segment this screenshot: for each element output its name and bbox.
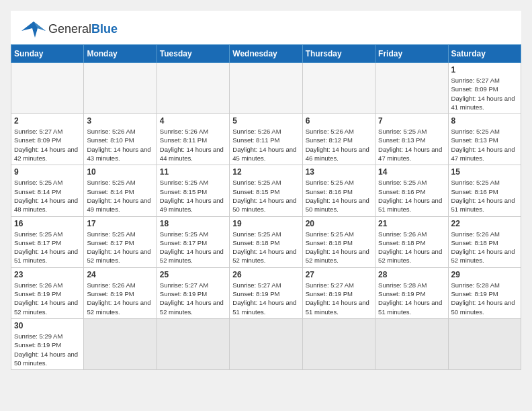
day-info: Sunrise: 5:25 AMSunset: 8:13 PMDaylight:… <box>378 127 445 163</box>
calendar-cell <box>84 63 157 114</box>
day-info: Sunrise: 5:26 AMSunset: 8:18 PMDaylight:… <box>451 230 518 265</box>
calendar-cell: 30Sunrise: 5:29 AMSunset: 8:19 PMDayligh… <box>11 318 84 369</box>
day-number: 24 <box>87 270 153 279</box>
calendar-cell: 10Sunrise: 5:25 AMSunset: 8:14 PMDayligh… <box>84 165 157 216</box>
calendar-cell <box>302 318 375 369</box>
day-number: 12 <box>232 167 299 177</box>
calendar-cell: 3Sunrise: 5:26 AMSunset: 8:10 PMDaylight… <box>84 114 157 165</box>
day-info: Sunrise: 5:25 AMSunset: 8:18 PMDaylight:… <box>232 230 299 265</box>
calendar-cell: 28Sunrise: 5:28 AMSunset: 8:19 PMDayligh… <box>375 267 448 318</box>
day-info: Sunrise: 5:25 AMSunset: 8:17 PMDaylight:… <box>160 230 226 265</box>
day-number: 27 <box>306 270 372 279</box>
day-info: Sunrise: 5:25 AMSunset: 8:15 PMDaylight:… <box>160 178 226 214</box>
day-number: 5 <box>232 116 299 126</box>
calendar-cell: 26Sunrise: 5:27 AMSunset: 8:19 PMDayligh… <box>230 267 302 318</box>
day-number: 25 <box>160 270 226 279</box>
calendar-cell <box>11 63 84 114</box>
day-info: Sunrise: 5:26 AMSunset: 8:12 PMDaylight:… <box>306 127 372 163</box>
day-info: Sunrise: 5:25 AMSunset: 8:15 PMDaylight:… <box>232 178 299 214</box>
calendar-cell: 27Sunrise: 5:27 AMSunset: 8:19 PMDayligh… <box>302 267 375 318</box>
day-number: 13 <box>306 167 372 177</box>
calendar-week-row: 2Sunrise: 5:27 AMSunset: 8:09 PMDaylight… <box>11 114 521 165</box>
day-number: 21 <box>378 219 445 228</box>
day-info: Sunrise: 5:27 AMSunset: 8:09 PMDaylight:… <box>451 76 518 111</box>
calendar-cell: 29Sunrise: 5:28 AMSunset: 8:19 PMDayligh… <box>448 267 521 318</box>
calendar-week-row: 1Sunrise: 5:27 AMSunset: 8:09 PMDaylight… <box>11 63 521 114</box>
calendar-week-row: 30Sunrise: 5:29 AMSunset: 8:19 PMDayligh… <box>11 318 521 369</box>
day-number: 6 <box>306 116 372 126</box>
day-info: Sunrise: 5:25 AMSunset: 8:16 PMDaylight:… <box>306 178 372 214</box>
day-info: Sunrise: 5:25 AMSunset: 8:14 PMDaylight:… <box>87 178 153 214</box>
calendar-cell: 8Sunrise: 5:25 AMSunset: 8:13 PMDaylight… <box>448 114 521 165</box>
calendar-cell: 23Sunrise: 5:26 AMSunset: 8:19 PMDayligh… <box>11 267 84 318</box>
weekday-header-monday: Monday <box>84 45 157 63</box>
day-info: Sunrise: 5:28 AMSunset: 8:19 PMDaylight:… <box>451 281 518 316</box>
day-number: 18 <box>160 219 226 228</box>
calendar-cell: 20Sunrise: 5:25 AMSunset: 8:18 PMDayligh… <box>302 216 375 267</box>
day-number: 20 <box>306 219 372 228</box>
day-number: 7 <box>378 116 445 126</box>
logo: GeneralBlue <box>21 19 118 39</box>
calendar-page: GeneralBlue SundayMondayTuesdayWednesday… <box>11 11 521 370</box>
calendar-cell: 14Sunrise: 5:25 AMSunset: 8:16 PMDayligh… <box>375 165 448 216</box>
day-info: Sunrise: 5:26 AMSunset: 8:11 PMDaylight:… <box>160 127 226 163</box>
day-info: Sunrise: 5:27 AMSunset: 8:19 PMDaylight:… <box>306 281 372 316</box>
day-info: Sunrise: 5:25 AMSunset: 8:13 PMDaylight:… <box>451 127 518 163</box>
day-number: 2 <box>14 116 81 126</box>
day-number: 30 <box>14 321 81 330</box>
logo-text: GeneralBlue <box>48 23 118 35</box>
calendar-cell: 5Sunrise: 5:26 AMSunset: 8:11 PMDaylight… <box>230 114 302 165</box>
day-info: Sunrise: 5:25 AMSunset: 8:17 PMDaylight:… <box>87 230 153 265</box>
calendar-table: SundayMondayTuesdayWednesdayThursdayFrid… <box>11 44 521 370</box>
day-number: 11 <box>160 167 226 177</box>
logo-blue-text: Blue <box>91 22 118 36</box>
day-number: 26 <box>232 270 299 279</box>
day-info: Sunrise: 5:26 AMSunset: 8:19 PMDaylight:… <box>14 281 81 316</box>
calendar-cell: 12Sunrise: 5:25 AMSunset: 8:15 PMDayligh… <box>230 165 302 216</box>
calendar-cell <box>375 318 448 369</box>
day-number: 17 <box>87 219 153 228</box>
calendar-cell <box>375 63 448 114</box>
page-header: GeneralBlue <box>11 11 521 44</box>
day-number: 10 <box>87 167 153 177</box>
day-info: Sunrise: 5:28 AMSunset: 8:19 PMDaylight:… <box>378 281 445 316</box>
day-number: 15 <box>451 167 518 177</box>
day-info: Sunrise: 5:25 AMSunset: 8:17 PMDaylight:… <box>14 230 81 265</box>
calendar-cell: 9Sunrise: 5:25 AMSunset: 8:14 PMDaylight… <box>11 165 84 216</box>
day-number: 28 <box>378 270 445 279</box>
day-info: Sunrise: 5:27 AMSunset: 8:19 PMDaylight:… <box>232 281 299 316</box>
calendar-cell: 15Sunrise: 5:25 AMSunset: 8:16 PMDayligh… <box>448 165 521 216</box>
calendar-cell: 1Sunrise: 5:27 AMSunset: 8:09 PMDaylight… <box>448 63 521 114</box>
calendar-cell: 16Sunrise: 5:25 AMSunset: 8:17 PMDayligh… <box>11 216 84 267</box>
calendar-cell: 18Sunrise: 5:25 AMSunset: 8:17 PMDayligh… <box>157 216 229 267</box>
weekday-header-friday: Friday <box>375 45 448 63</box>
calendar-cell: 7Sunrise: 5:25 AMSunset: 8:13 PMDaylight… <box>375 114 448 165</box>
calendar-body: 1Sunrise: 5:27 AMSunset: 8:09 PMDaylight… <box>11 63 521 370</box>
calendar-cell: 11Sunrise: 5:25 AMSunset: 8:15 PMDayligh… <box>157 165 229 216</box>
day-number: 19 <box>232 219 299 228</box>
day-info: Sunrise: 5:29 AMSunset: 8:19 PMDaylight:… <box>14 332 81 367</box>
calendar-cell <box>448 318 521 369</box>
weekday-header-wednesday: Wednesday <box>230 45 302 63</box>
weekday-header-saturday: Saturday <box>448 45 521 63</box>
day-info: Sunrise: 5:26 AMSunset: 8:18 PMDaylight:… <box>378 230 445 265</box>
day-info: Sunrise: 5:25 AMSunset: 8:16 PMDaylight:… <box>378 178 445 214</box>
weekday-header-row: SundayMondayTuesdayWednesdayThursdayFrid… <box>11 45 521 63</box>
logo-icon <box>21 19 46 39</box>
calendar-cell: 2Sunrise: 5:27 AMSunset: 8:09 PMDaylight… <box>11 114 84 165</box>
day-info: Sunrise: 5:25 AMSunset: 8:14 PMDaylight:… <box>14 178 81 214</box>
day-info: Sunrise: 5:25 AMSunset: 8:18 PMDaylight:… <box>306 230 372 265</box>
day-number: 23 <box>14 270 81 279</box>
day-number: 3 <box>87 116 153 126</box>
calendar-cell: 22Sunrise: 5:26 AMSunset: 8:18 PMDayligh… <box>448 216 521 267</box>
calendar-cell <box>84 318 157 369</box>
weekday-header-sunday: Sunday <box>11 45 84 63</box>
calendar-cell: 6Sunrise: 5:26 AMSunset: 8:12 PMDaylight… <box>302 114 375 165</box>
weekday-header-tuesday: Tuesday <box>157 45 229 63</box>
day-info: Sunrise: 5:27 AMSunset: 8:19 PMDaylight:… <box>160 281 226 316</box>
day-number: 29 <box>451 270 518 279</box>
calendar-cell: 24Sunrise: 5:26 AMSunset: 8:19 PMDayligh… <box>84 267 157 318</box>
calendar-header: SundayMondayTuesdayWednesdayThursdayFrid… <box>11 45 521 63</box>
day-number: 8 <box>451 116 518 126</box>
day-number: 9 <box>14 167 81 177</box>
